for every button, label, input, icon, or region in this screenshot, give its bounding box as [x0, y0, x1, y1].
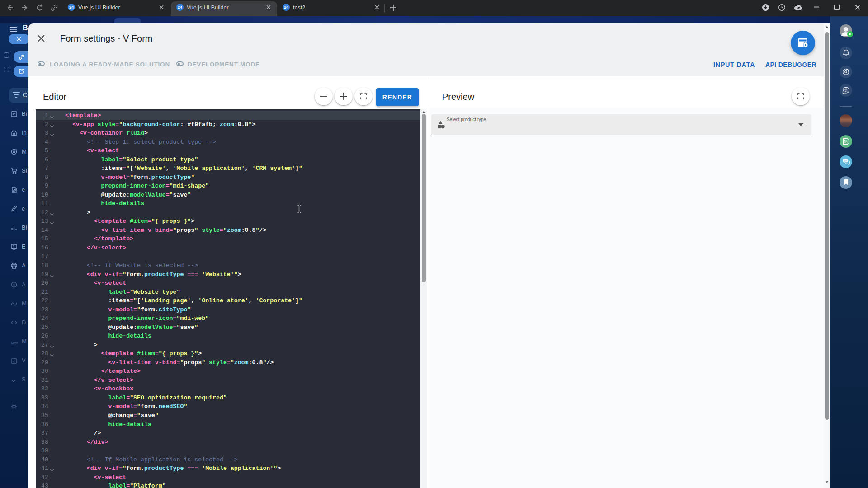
svg-text:MCP: MCP	[11, 341, 18, 345]
svg-text:ve: ve	[12, 360, 15, 363]
